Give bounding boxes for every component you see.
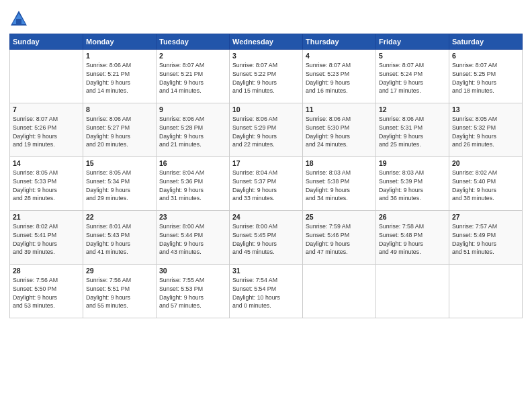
calendar-cell: 8Sunrise: 8:06 AMSunset: 5:27 PMDaylight… — [83, 103, 157, 157]
calendar-cell: 18Sunrise: 8:03 AMSunset: 5:38 PMDayligh… — [303, 157, 376, 211]
day-info: Sunrise: 8:06 AMSunset: 5:29 PMDaylight:… — [232, 115, 300, 149]
calendar-cell: 3Sunrise: 8:07 AMSunset: 5:22 PMDaylight… — [230, 50, 303, 103]
day-number: 23 — [159, 213, 226, 221]
logo-icon — [9, 9, 28, 28]
day-number: 28 — [13, 267, 80, 275]
calendar-cell: 24Sunrise: 8:00 AMSunset: 5:45 PMDayligh… — [230, 211, 303, 265]
weekday-header-sunday: Sunday — [10, 34, 83, 50]
day-number: 26 — [379, 213, 446, 221]
day-number: 17 — [232, 159, 300, 167]
day-info: Sunrise: 7:58 AMSunset: 5:48 PMDaylight:… — [379, 222, 446, 257]
day-info: Sunrise: 7:54 AMSunset: 5:54 PMDaylight:… — [232, 276, 300, 310]
day-info: Sunrise: 7:56 AMSunset: 5:51 PMDaylight:… — [86, 276, 153, 310]
weekday-header-saturday: Saturday — [449, 34, 523, 50]
weekday-header-thursday: Thursday — [303, 34, 376, 50]
calendar-cell — [376, 265, 449, 318]
day-number: 12 — [379, 105, 446, 113]
day-number: 31 — [232, 267, 300, 275]
day-info: Sunrise: 8:06 AMSunset: 5:27 PMDaylight:… — [86, 115, 153, 149]
calendar-cell — [10, 50, 83, 103]
calendar-cell: 15Sunrise: 8:05 AMSunset: 5:34 PMDayligh… — [83, 157, 157, 211]
weekday-header-friday: Friday — [376, 34, 449, 50]
day-info: Sunrise: 8:04 AMSunset: 5:37 PMDaylight:… — [232, 169, 300, 203]
calendar-cell: 4Sunrise: 8:07 AMSunset: 5:23 PMDaylight… — [303, 50, 376, 103]
day-number: 18 — [306, 159, 373, 167]
calendar-cell: 17Sunrise: 8:04 AMSunset: 5:37 PMDayligh… — [230, 157, 303, 211]
day-info: Sunrise: 8:02 AMSunset: 5:40 PMDaylight:… — [452, 169, 519, 203]
day-number: 29 — [86, 267, 153, 275]
day-info: Sunrise: 8:07 AMSunset: 5:25 PMDaylight:… — [452, 61, 519, 95]
calendar-cell: 29Sunrise: 7:56 AMSunset: 5:51 PMDayligh… — [83, 265, 157, 318]
day-info: Sunrise: 8:01 AMSunset: 5:43 PMDaylight:… — [86, 222, 153, 257]
calendar-cell — [303, 265, 376, 318]
calendar-cell: 23Sunrise: 8:00 AMSunset: 5:44 PMDayligh… — [157, 211, 230, 265]
day-number: 19 — [379, 159, 446, 167]
day-number: 27 — [452, 213, 519, 221]
day-number: 3 — [232, 52, 300, 60]
day-number: 15 — [86, 159, 153, 167]
day-number: 14 — [13, 159, 80, 167]
calendar-cell: 26Sunrise: 7:58 AMSunset: 5:48 PMDayligh… — [376, 211, 449, 265]
day-info: Sunrise: 8:07 AMSunset: 5:24 PMDaylight:… — [379, 61, 446, 95]
day-number: 1 — [86, 52, 153, 60]
weekday-header-tuesday: Tuesday — [157, 34, 230, 50]
day-info: Sunrise: 8:05 AMSunset: 5:33 PMDaylight:… — [13, 169, 80, 203]
calendar-cell: 14Sunrise: 8:05 AMSunset: 5:33 PMDayligh… — [10, 157, 83, 211]
day-info: Sunrise: 7:59 AMSunset: 5:46 PMDaylight:… — [306, 222, 373, 257]
calendar-week-2: 7Sunrise: 8:07 AMSunset: 5:26 PMDaylight… — [10, 103, 523, 157]
calendar-cell: 1Sunrise: 8:06 AMSunset: 5:21 PMDaylight… — [83, 50, 157, 103]
calendar-cell: 13Sunrise: 8:05 AMSunset: 5:32 PMDayligh… — [449, 103, 523, 157]
calendar-cell: 31Sunrise: 7:54 AMSunset: 5:54 PMDayligh… — [230, 265, 303, 318]
day-info: Sunrise: 8:06 AMSunset: 5:21 PMDaylight:… — [86, 61, 153, 95]
calendar-cell: 9Sunrise: 8:06 AMSunset: 5:28 PMDaylight… — [157, 103, 230, 157]
calendar-week-5: 28Sunrise: 7:56 AMSunset: 5:50 PMDayligh… — [10, 265, 523, 318]
calendar-cell: 25Sunrise: 7:59 AMSunset: 5:46 PMDayligh… — [303, 211, 376, 265]
day-number: 4 — [306, 52, 373, 60]
weekday-header-monday: Monday — [83, 34, 157, 50]
calendar-cell: 20Sunrise: 8:02 AMSunset: 5:40 PMDayligh… — [449, 157, 523, 211]
calendar-cell: 6Sunrise: 8:07 AMSunset: 5:25 PMDaylight… — [449, 50, 523, 103]
day-number: 11 — [306, 105, 373, 113]
day-number: 9 — [159, 105, 226, 113]
day-info: Sunrise: 8:05 AMSunset: 5:32 PMDaylight:… — [452, 115, 519, 149]
calendar-cell: 10Sunrise: 8:06 AMSunset: 5:29 PMDayligh… — [230, 103, 303, 157]
calendar-week-3: 14Sunrise: 8:05 AMSunset: 5:33 PMDayligh… — [10, 157, 523, 211]
calendar-cell: 21Sunrise: 8:02 AMSunset: 5:41 PMDayligh… — [10, 211, 83, 265]
calendar-cell: 16Sunrise: 8:04 AMSunset: 5:36 PMDayligh… — [157, 157, 230, 211]
day-number: 6 — [452, 52, 519, 60]
day-number: 10 — [232, 105, 300, 113]
day-info: Sunrise: 7:56 AMSunset: 5:50 PMDaylight:… — [13, 276, 80, 310]
day-info: Sunrise: 8:07 AMSunset: 5:23 PMDaylight:… — [306, 61, 373, 95]
day-info: Sunrise: 7:57 AMSunset: 5:49 PMDaylight:… — [452, 222, 519, 257]
day-info: Sunrise: 8:06 AMSunset: 5:28 PMDaylight:… — [159, 115, 226, 149]
calendar-cell: 30Sunrise: 7:55 AMSunset: 5:53 PMDayligh… — [157, 265, 230, 318]
day-info: Sunrise: 8:00 AMSunset: 5:44 PMDaylight:… — [159, 222, 226, 257]
day-number: 8 — [86, 105, 153, 113]
day-number: 5 — [379, 52, 446, 60]
day-info: Sunrise: 8:06 AMSunset: 5:31 PMDaylight:… — [379, 115, 446, 149]
day-info: Sunrise: 8:07 AMSunset: 5:26 PMDaylight:… — [13, 115, 80, 149]
calendar-cell: 11Sunrise: 8:06 AMSunset: 5:30 PMDayligh… — [303, 103, 376, 157]
day-number: 7 — [13, 105, 80, 113]
day-number: 13 — [452, 105, 519, 113]
calendar-cell: 7Sunrise: 8:07 AMSunset: 5:26 PMDaylight… — [10, 103, 83, 157]
day-number: 24 — [232, 213, 300, 221]
weekday-header-wednesday: Wednesday — [230, 34, 303, 50]
day-number: 2 — [159, 52, 226, 60]
day-number: 16 — [159, 159, 226, 167]
day-info: Sunrise: 8:02 AMSunset: 5:41 PMDaylight:… — [13, 222, 80, 257]
logo — [9, 9, 31, 28]
page: SundayMondayTuesdayWednesdayThursdayFrid… — [0, 0, 532, 411]
day-number: 25 — [306, 213, 373, 221]
calendar-week-1: 1Sunrise: 8:06 AMSunset: 5:21 PMDaylight… — [10, 50, 523, 103]
calendar-cell: 27Sunrise: 7:57 AMSunset: 5:49 PMDayligh… — [449, 211, 523, 265]
calendar-cell: 12Sunrise: 8:06 AMSunset: 5:31 PMDayligh… — [376, 103, 449, 157]
day-info: Sunrise: 8:04 AMSunset: 5:36 PMDaylight:… — [159, 169, 226, 203]
calendar-table: SundayMondayTuesdayWednesdayThursdayFrid… — [9, 34, 523, 318]
day-info: Sunrise: 8:07 AMSunset: 5:22 PMDaylight:… — [232, 61, 300, 95]
day-info: Sunrise: 8:06 AMSunset: 5:30 PMDaylight:… — [306, 115, 373, 149]
calendar-cell: 19Sunrise: 8:03 AMSunset: 5:39 PMDayligh… — [376, 157, 449, 211]
calendar-week-4: 21Sunrise: 8:02 AMSunset: 5:41 PMDayligh… — [10, 211, 523, 265]
day-number: 20 — [452, 159, 519, 167]
day-info: Sunrise: 7:55 AMSunset: 5:53 PMDaylight:… — [159, 276, 226, 310]
